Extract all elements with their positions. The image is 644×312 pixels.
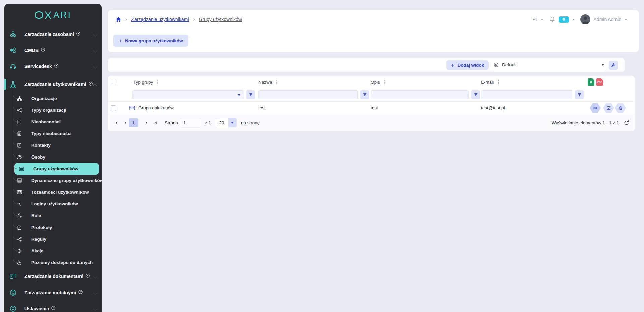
sitemap-icon [16,96,23,101]
column-menu-icon[interactable] [497,79,500,85]
new-group-button[interactable]: + Nowa grupa użytkowników [113,35,188,47]
sidebar-item-label: Organizacje [31,96,57,101]
view-select[interactable]: Default [493,60,604,70]
user-name[interactable]: Admin Admin [594,17,621,22]
language-selector[interactable]: PL [532,17,543,22]
sidebar-item-loginy[interactable]: Loginy użytkowników [13,198,102,210]
sidebar-item-typy-organizacji[interactable]: Typy organizacji [13,104,102,116]
home-icon[interactable] [116,17,121,22]
row-view-button[interactable] [590,103,601,113]
cell-opis: test [371,102,378,114]
sidebar-item-organizacje[interactable]: Organizacje [13,92,102,104]
page-label: Strona [165,114,178,131]
sidebar-item-protokoly[interactable]: Protokoły [13,222,102,233]
chevron-down-icon [601,64,604,66]
gauge-icon[interactable] [76,31,81,37]
row-delete-button[interactable] [615,103,626,113]
cell-value: test [258,105,266,110]
filter-input-opis[interactable] [371,90,469,99]
sidebar-item-label: Reguły [31,237,46,242]
bell-icon[interactable] [549,16,555,22]
items-summary: Wyświetlanie elementów 1 - 1 z 1 [552,120,619,125]
sidebar-item-role[interactable]: Role [13,210,102,222]
sidebar-item-label: Typy organizacji [31,108,66,113]
chevron-down-icon[interactable] [572,19,575,20]
sidebar-item-ustawienia[interactable]: Ustawienia [4,301,102,312]
gauge-icon[interactable] [88,81,93,87]
next-page-button[interactable] [143,118,150,127]
sidebar-item-dynamiczne-grupy[interactable]: Dynamiczne grupy użytkowników [13,175,102,186]
last-page-button[interactable] [152,118,159,127]
cmdb-modules-icon [8,47,18,54]
page-number-button[interactable]: 1 [129,118,138,127]
filter-input-nazwa[interactable] [258,90,358,99]
sidebar-item-zarzadzanie-zasobami[interactable]: Zarządzanie zasobami [4,26,102,42]
breadcrumb-separator: › [125,17,127,22]
column-header-opis: Opis [371,76,386,88]
gauge-icon[interactable] [54,63,59,69]
refresh-button[interactable] [624,120,629,126]
prev-page-button[interactable] [122,118,129,127]
sidebar-item-kontakty[interactable]: Kontakty [13,139,102,151]
breadcrumb-link-users[interactable]: Zarządzanie użytkownikami [131,17,189,22]
cell-typ-grupy: Grupa opiekunów [129,102,174,114]
sidebar-item-grupy-uzytkownikow[interactable]: Grupy użytkowników [14,163,99,175]
user-group-icon [16,178,23,183]
filter-funnel-button-typ-grupy[interactable] [246,90,255,99]
sidebar-item-reguly[interactable]: Reguły [13,233,102,245]
column-label: Typ grupy [133,80,153,85]
breadcrumb-current[interactable]: Grupy użytkowników [199,17,242,22]
row-checkbox[interactable] [111,105,116,111]
gauge-icon[interactable] [51,306,56,312]
plus-icon: + [119,38,122,44]
gauge-icon[interactable] [85,273,90,279]
sidebar-item-cmdb[interactable]: CMDB [4,42,102,58]
chevron-down-icon [541,19,543,20]
sidebar-item-akcje[interactable]: Akcje [13,245,102,257]
cell-value: Grupa opiekunów [138,105,174,110]
cell-value: test [371,105,378,110]
sidebar-item-typy-nieobecnosci[interactable]: Typy nieobecności [13,128,102,139]
sidebar-item-zarzadzanie-uzytkownikami[interactable]: Zarządzanie użytkownikami [4,76,102,92]
column-menu-icon[interactable] [275,79,278,85]
gauge-icon[interactable] [78,290,83,296]
filter-input-email[interactable] [481,90,572,99]
sidebar-item-osoby[interactable]: Osoby [13,151,102,163]
sidebar-item-zarzadzanie-mobilnymi[interactable]: Zarządzanie mobilnymi [4,285,102,301]
avatar[interactable] [580,14,590,24]
table-row[interactable]: Grupa opiekunów test test test@test.pl [108,101,635,115]
export-pdf-icon[interactable]: PDF [596,78,603,86]
column-menu-icon[interactable] [383,79,386,85]
sidebar-item-zarzadzanie-dokumentami[interactable]: Zarządzanie dokumentami [4,268,102,285]
select-all-checkbox[interactable] [111,80,116,85]
filter-funnel-button-nazwa[interactable] [360,90,369,99]
column-header-typ-grupy: Typ grupy [133,76,159,88]
sidebar-item-poziomy-dostepu[interactable]: Poziomy dostępu do danych [13,257,102,268]
person-role-icon [16,213,23,219]
column-menu-icon[interactable] [156,79,159,85]
sidebar-item-label: Servicedesk [24,64,52,69]
document-icon [16,131,23,136]
notification-badge: 0 [559,16,569,23]
sidebar-item-tozsamosci[interactable]: Tożsamości użytkowników [13,186,102,198]
eye-icon [493,62,499,68]
filter-select-typ-grupy[interactable] [132,90,244,99]
row-edit-button[interactable] [603,103,614,113]
add-view-button[interactable]: + Dodaj widok [446,60,489,70]
page-size-select[interactable]: 20 [215,118,237,127]
filter-funnel-button-opis[interactable] [471,90,480,99]
gauge-icon[interactable] [41,47,45,53]
export-excel-icon[interactable]: X [588,78,594,86]
sidebar-item-servicedesk[interactable]: Servicedesk [4,58,102,74]
sidebar-item-label: Osoby [31,154,45,160]
sidebar-item-label: Typy nieobecności [31,131,72,136]
page-number-input[interactable] [180,118,201,127]
sidebar-item-nieobecnosci[interactable]: Nieobecności [13,116,102,128]
filter-funnel-button-email[interactable] [575,90,584,99]
mobile-shield-icon [8,289,18,296]
column-header-nazwa: Nazwa [258,76,278,88]
first-page-button[interactable] [112,118,120,127]
chevron-up-icon [93,84,97,88]
app-logo[interactable]: ARI [4,4,102,26]
view-settings-button[interactable] [609,61,618,70]
